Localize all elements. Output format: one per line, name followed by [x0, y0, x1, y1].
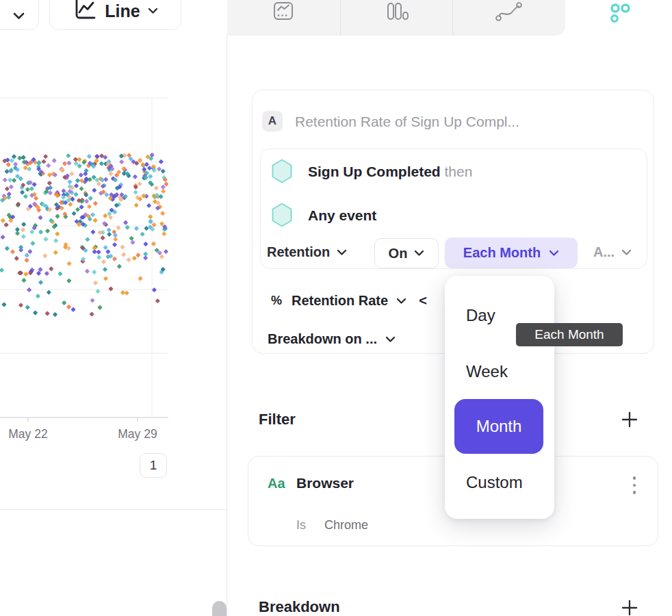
scatter-points [0, 153, 168, 317]
menu-item-day[interactable]: Day [466, 306, 495, 325]
breakdown-on-label: Breakdown on ... [268, 331, 377, 347]
event-step[interactable]: Sign Up Completed then [308, 164, 472, 180]
chevron-down-icon [148, 8, 158, 14]
tab-chart-view[interactable] [227, 0, 339, 36]
menu-item-custom[interactable]: Custom [466, 473, 523, 492]
event-name: Any event [308, 207, 376, 223]
filter-property-name[interactable]: Browser [296, 475, 354, 491]
retention-dropdown[interactable]: Retention [267, 244, 347, 260]
dots-grid-icon [608, 1, 635, 27]
retention-dropdown-label: Retention [267, 244, 330, 260]
chevron-down-icon [396, 298, 406, 305]
chart-panel: Line May 22 May 29 1 [0, 0, 227, 616]
event-name: Sign Up Completed [308, 164, 441, 179]
event-step[interactable]: Any event [308, 207, 376, 224]
filter-section-title: Filter [259, 411, 296, 428]
x-axis-label: May 22 [0, 427, 59, 441]
scrollbar-thumb[interactable] [212, 601, 227, 616]
kebab-menu-button[interactable] [626, 474, 643, 496]
app-root: Line May 22 May 29 1 [0, 0, 672, 616]
chevron-down-icon [13, 12, 23, 19]
truncated-dropdown-label: A... [593, 244, 615, 260]
filter-operator: Is [296, 518, 306, 532]
chart-type-label: Line [105, 3, 140, 20]
query-title[interactable]: Retention Rate of Sign Up Compl... [295, 114, 519, 130]
on-dropdown[interactable]: On [374, 238, 439, 268]
tab-flow-view[interactable] [452, 0, 565, 36]
bar-columns-icon [383, 1, 410, 25]
chevron-down-icon [414, 250, 424, 257]
tab-bars-view[interactable] [340, 0, 452, 36]
interval-dropdown[interactable]: Each Month [445, 238, 578, 268]
percent-icon: % [271, 294, 282, 308]
event-steps-card: Sign Up Completed then Any event Retenti… [260, 149, 647, 269]
retention-scatter-chart [0, 94, 168, 423]
chevron-down-icon [621, 249, 632, 256]
filter-value: Chrome [324, 518, 368, 532]
framed-chart-icon [272, 1, 294, 25]
interval-dropdown-label: Each Month [463, 245, 541, 261]
panel-bottom-divider [0, 509, 227, 510]
menu-item-week[interactable]: Week [466, 362, 508, 381]
menu-item-month[interactable]: Month [454, 399, 543, 454]
measure-label: Retention Rate [292, 293, 388, 309]
view-tab-strip [227, 0, 565, 36]
breakdown-section-title: Breakdown [259, 598, 340, 616]
retention-controls-row: Retention On Each Month [261, 237, 648, 268]
flow-squiggle-icon [494, 1, 523, 25]
tab-dots-view-active[interactable] [601, 0, 642, 36]
event-hexagon-icon [271, 159, 293, 183]
plus-icon [621, 599, 638, 616]
event-hexagon-icon [271, 203, 293, 227]
chevron-down-icon [549, 250, 559, 257]
interval-menu: Day Week Month Custom [445, 276, 554, 519]
add-breakdown-button[interactable] [620, 598, 639, 616]
chevron-down-icon [337, 249, 347, 256]
event-suffix: then [445, 164, 473, 179]
chart-type-button[interactable]: Line [49, 0, 181, 30]
measure-dropdown[interactable]: % Retention Rate < [271, 293, 427, 309]
query-row-badge: A [262, 111, 283, 131]
on-dropdown-label: On [389, 246, 408, 261]
filter-condition[interactable]: Is Chrome [296, 518, 368, 532]
chevron-down-icon [385, 336, 396, 343]
pagination-page-button[interactable]: 1 [140, 453, 167, 478]
string-property-icon: Aa [268, 476, 285, 491]
line-chart-icon [73, 0, 97, 25]
truncated-dropdown[interactable]: A... [593, 244, 632, 260]
add-filter-button[interactable] [620, 410, 639, 429]
x-axis-label: May 29 [107, 427, 168, 441]
plus-icon [621, 411, 638, 428]
measure-after-text: < [419, 293, 427, 309]
collapse-button[interactable] [0, 0, 39, 30]
tooltip: Each Month [516, 323, 623, 346]
breakdown-on-dropdown[interactable]: Breakdown on ... [268, 331, 396, 347]
